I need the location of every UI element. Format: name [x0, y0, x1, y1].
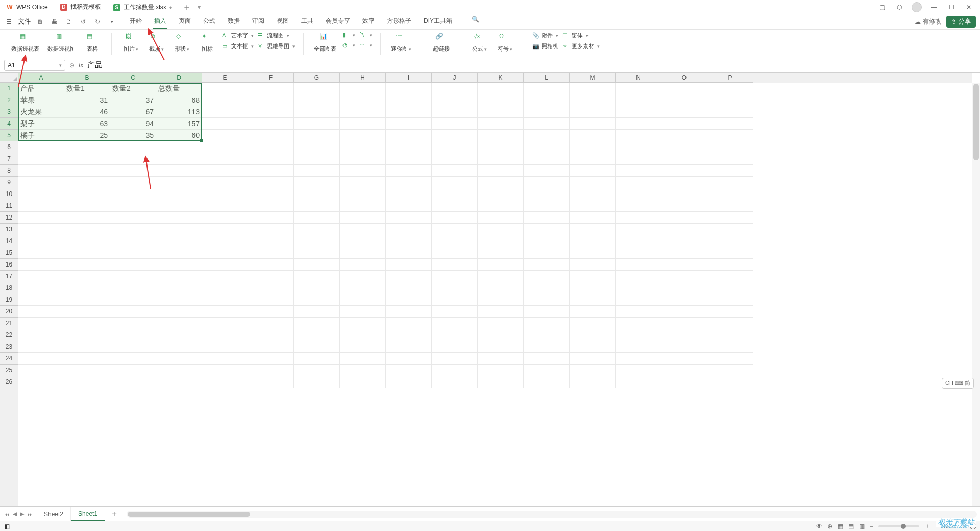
row-header[interactable]: 10: [0, 188, 18, 200]
cell[interactable]: [386, 365, 432, 376]
cell[interactable]: [248, 271, 294, 282]
cell[interactable]: [478, 224, 524, 235]
cell[interactable]: [707, 341, 753, 353]
cell[interactable]: [18, 271, 64, 282]
cell[interactable]: [707, 106, 753, 118]
app-tab-template[interactable]: D 找稻壳模板: [54, 0, 107, 14]
cell[interactable]: [248, 224, 294, 235]
cell[interactable]: [524, 177, 570, 188]
cell[interactable]: [662, 94, 707, 106]
cell[interactable]: [478, 353, 524, 365]
cell[interactable]: [478, 306, 524, 318]
cell[interactable]: [432, 118, 478, 130]
row-header[interactable]: 2: [0, 94, 18, 106]
cell[interactable]: [570, 177, 616, 188]
cell[interactable]: [248, 365, 294, 376]
cell[interactable]: [386, 224, 432, 235]
cell[interactable]: [202, 118, 248, 130]
cell[interactable]: [110, 282, 156, 294]
cell[interactable]: [524, 235, 570, 247]
scroll-thumb[interactable]: [973, 84, 979, 160]
cell[interactable]: [616, 282, 662, 294]
cell[interactable]: [707, 376, 753, 388]
cell[interactable]: [18, 212, 64, 224]
cell[interactable]: [478, 376, 524, 388]
cell[interactable]: [432, 259, 478, 271]
cell[interactable]: [248, 188, 294, 200]
row-header[interactable]: 24: [0, 353, 18, 365]
horizontal-scrollbar[interactable]: [127, 511, 977, 518]
cell[interactable]: [18, 153, 64, 165]
cell[interactable]: [294, 118, 340, 130]
cell[interactable]: [386, 294, 432, 306]
cell[interactable]: [202, 94, 248, 106]
row-header[interactable]: 1: [0, 83, 18, 94]
cell[interactable]: [570, 141, 616, 153]
cell[interactable]: [524, 212, 570, 224]
cell[interactable]: [248, 259, 294, 271]
cell[interactable]: [248, 141, 294, 153]
pivot-chart-button[interactable]: ▥ 数据透视图: [45, 32, 78, 54]
cell[interactable]: [616, 200, 662, 212]
cell[interactable]: [156, 271, 202, 282]
cell[interactable]: [64, 177, 110, 188]
cell[interactable]: [662, 106, 707, 118]
cell[interactable]: [340, 153, 386, 165]
file-menu[interactable]: 文件: [18, 17, 31, 26]
menu-page[interactable]: 页面: [178, 15, 192, 29]
cell[interactable]: [662, 282, 707, 294]
cell[interactable]: [294, 106, 340, 118]
cell[interactable]: [616, 177, 662, 188]
redo-icon[interactable]: ↻: [93, 17, 102, 27]
undo-icon[interactable]: ↺: [79, 17, 88, 27]
cell[interactable]: [570, 130, 616, 141]
cell[interactable]: [707, 294, 753, 306]
cell[interactable]: [478, 165, 524, 177]
cell[interactable]: [432, 294, 478, 306]
cell[interactable]: [340, 365, 386, 376]
cell[interactable]: [294, 376, 340, 388]
cell[interactable]: [616, 259, 662, 271]
cell[interactable]: [248, 247, 294, 259]
cell[interactable]: [110, 224, 156, 235]
cell[interactable]: [18, 224, 64, 235]
row-header[interactable]: 8: [0, 165, 18, 177]
cell[interactable]: [570, 329, 616, 341]
cell[interactable]: [248, 306, 294, 318]
cell[interactable]: [524, 118, 570, 130]
more-chart-button[interactable]: ⋯▾: [359, 42, 372, 49]
cell[interactable]: [616, 353, 662, 365]
cell[interactable]: [478, 188, 524, 200]
menu-member[interactable]: 会员专享: [325, 15, 351, 29]
cell[interactable]: [294, 365, 340, 376]
cell[interactable]: [294, 130, 340, 141]
cell[interactable]: [432, 271, 478, 282]
cell[interactable]: [478, 282, 524, 294]
cell[interactable]: [340, 212, 386, 224]
cell[interactable]: [248, 83, 294, 94]
cell[interactable]: [707, 247, 753, 259]
shapes-button[interactable]: ◇ 形状▾: [171, 32, 192, 54]
user-avatar-icon[interactable]: [912, 2, 922, 12]
cell[interactable]: [64, 259, 110, 271]
cell[interactable]: 63: [64, 118, 110, 130]
cell[interactable]: [294, 188, 340, 200]
cell[interactable]: [110, 341, 156, 353]
cell[interactable]: [662, 294, 707, 306]
cell[interactable]: [478, 271, 524, 282]
cell[interactable]: [110, 177, 156, 188]
cell[interactable]: [202, 376, 248, 388]
cell[interactable]: [662, 259, 707, 271]
box-icon[interactable]: ⬡: [894, 2, 904, 12]
cell[interactable]: 25: [64, 130, 110, 141]
row-header[interactable]: 9: [0, 177, 18, 188]
cell[interactable]: [340, 329, 386, 341]
cell[interactable]: [478, 318, 524, 329]
zoom-slider[interactable]: [878, 525, 919, 527]
cell[interactable]: [707, 235, 753, 247]
cell[interactable]: [386, 153, 432, 165]
cell[interactable]: [570, 153, 616, 165]
cell[interactable]: [707, 306, 753, 318]
cell[interactable]: [386, 235, 432, 247]
cell[interactable]: [524, 153, 570, 165]
